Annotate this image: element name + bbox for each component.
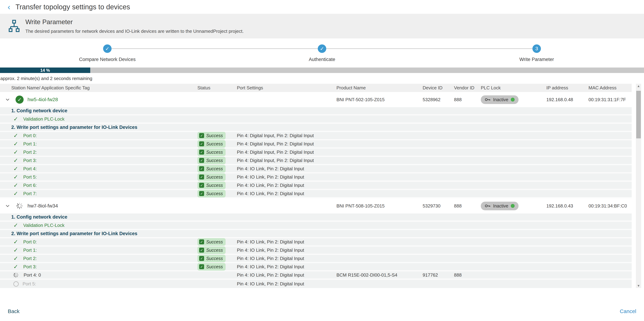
- status-success-badge: ✓Success: [198, 190, 226, 198]
- device-name[interactable]: hw7-8iol-fw34: [28, 203, 58, 209]
- status-success-badge: ✓Success: [198, 140, 226, 148]
- validation-cell: ✓Validation PLC-Lock: [0, 116, 195, 122]
- check-icon: ✓: [14, 263, 20, 270]
- vertical-scrollbar[interactable]: ▲ ▼: [636, 84, 641, 288]
- port-row[interactable]: ✓Port 6:✓SuccessPin 4: IO Link, Pin 2: D…: [0, 182, 632, 190]
- port-status-cell: ✓Success: [195, 148, 235, 156]
- port-label: Port 0:: [23, 133, 37, 138]
- plc-lock-badge[interactable]: Inactive: [481, 95, 518, 104]
- port-label: Port 4:: [23, 166, 37, 172]
- port-status-cell: ✓Success: [195, 246, 235, 254]
- port-row[interactable]: Port 5:Pin 4: IO Link, Pin 2: Digital In…: [0, 280, 632, 288]
- port-settings-value: Pin 4: IO Link, Pin 2: Digital Input: [237, 272, 304, 278]
- plc-lock-green-dot: [511, 204, 515, 208]
- plc-lock-badge[interactable]: Inactive: [481, 202, 518, 210]
- status-success-badge: ✓Success: [198, 173, 226, 181]
- checkbox-check-icon: ✓: [199, 174, 204, 180]
- step-done-check-icon: ✓: [103, 44, 112, 53]
- success-check-circle-icon: ✓: [16, 96, 24, 104]
- port-label-cell: ✓Port 4:: [0, 165, 195, 172]
- port-status-cell: ✓Success: [195, 165, 235, 172]
- port-settings-cell: Pin 4: IO Link, Pin 2: Digital Input: [235, 182, 334, 188]
- scroll-up-icon[interactable]: ▲: [637, 84, 640, 88]
- checkbox-check-icon: ✓: [199, 248, 204, 252]
- port-settings-value: Pin 4: IO Link, Pin 2: Digital Input: [237, 239, 304, 244]
- topology-icon: [8, 19, 20, 33]
- port-row[interactable]: ✓Port 4:✓SuccessPin 4: IO Link, Pin 2: D…: [0, 165, 632, 174]
- port-row[interactable]: ✓Port 7:✓SuccessPin 4: IO Link, Pin 2: D…: [0, 190, 632, 198]
- port-row[interactable]: ✓Port 1:✓SuccessPin 4: IO Link, Pin 2: D…: [0, 246, 632, 255]
- port-status-cell: ✓Success: [195, 140, 235, 148]
- chevron-down-icon[interactable]: [4, 203, 10, 209]
- port-row[interactable]: ✓Port 2:✓SuccessPin 4: IO Link, Pin 2: D…: [0, 255, 632, 263]
- checkbox-check-icon: ✓: [199, 240, 204, 244]
- port-settings-value: Pin 4: Digital Input, Pin 2: Digital Inp…: [237, 150, 314, 155]
- status-success-label: Success: [206, 141, 223, 146]
- port-settings-value: Pin 4: IO Link, Pin 2: Digital Input: [237, 248, 304, 253]
- status-success-label: Success: [206, 183, 223, 188]
- device-plc-lock-cell: Inactive: [479, 95, 544, 104]
- chevron-down-icon[interactable]: [4, 96, 10, 102]
- device-name[interactable]: hw5-4iol-fw28: [28, 97, 58, 102]
- stepper-step-authenticate[interactable]: ✓ Authenticate: [215, 38, 429, 68]
- scrollbar-thumb[interactable]: [636, 91, 641, 138]
- device-row[interactable]: hw7-8iol-fw34BNI PNT-508-105-Z0155329730…: [0, 198, 632, 214]
- port-label-cell: ✓Port 1:: [0, 140, 195, 147]
- port-row[interactable]: ✓Port 0:✓SuccessPin 4: IO Link, Pin 2: D…: [0, 238, 632, 246]
- column-header-mac-address: MAC Address: [586, 85, 632, 90]
- column-header-device-id: Device ID: [420, 85, 452, 90]
- back-chevron-icon[interactable]: ‹: [5, 3, 13, 11]
- check-icon: ✓: [14, 190, 20, 197]
- port-label: Port 1:: [23, 248, 37, 253]
- port-status-cell: ✓Success: [195, 263, 235, 270]
- device-ip-address: 192.168.0.43: [544, 203, 586, 209]
- cancel-button[interactable]: Cancel: [620, 308, 636, 314]
- port-row[interactable]: ✓Port 3:✓SuccessPin 4: IO Link, Pin 2: D…: [0, 263, 632, 272]
- port-row[interactable]: ✓Port 5:✓SuccessPin 4: IO Link, Pin 2: D…: [0, 174, 632, 182]
- port-settings-cell: Pin 4: Digital Input, Pin 2: Digital Inp…: [235, 141, 334, 147]
- status-success-label: Success: [206, 158, 223, 163]
- port-label: Port 1:: [23, 141, 37, 147]
- port-settings-cell: Pin 4: IO Link, Pin 2: Digital Input: [235, 239, 334, 245]
- stepper-step-compare-network-devices[interactable]: ✓ Compare Network Devices: [0, 38, 215, 68]
- status-success-label: Success: [206, 240, 223, 244]
- port-settings-value: Pin 4: IO Link, Pin 2: Digital Input: [237, 182, 304, 188]
- port-settings-value: Pin 4: Digital Input, Pin 2: Digital Inp…: [237, 133, 314, 138]
- checkbox-check-icon: ✓: [199, 256, 204, 261]
- port-settings-cell: Pin 4: IO Link, Pin 2: Digital Input: [235, 174, 334, 180]
- port-settings-cell: Pin 4: IO Link, Pin 2: Digital Input: [235, 281, 334, 287]
- device-row[interactable]: ✓hw5-4iol-fw28BNI PNT-502-105-Z015532896…: [0, 92, 632, 107]
- port-label-cell: ✓Port 0:: [0, 238, 195, 245]
- port-row[interactable]: ✓Port 1:✓SuccessPin 4: Digital Input, Pi…: [0, 140, 632, 148]
- port-label-cell: ✓Port 7:: [0, 190, 195, 197]
- status-success-badge: ✓Success: [198, 148, 226, 156]
- write-parameter-table: Station Name/ Application Specific Tag S…: [0, 84, 644, 288]
- port-settings-cell: Pin 4: IO Link, Pin 2: Digital Input: [235, 248, 334, 253]
- table-header-row: Station Name/ Application Specific Tag S…: [0, 84, 632, 92]
- port-row[interactable]: ✓Port 2:✓SuccessPin 4: Digital Input, Pi…: [0, 148, 632, 157]
- checkbox-check-icon: ✓: [199, 133, 204, 138]
- scroll-down-icon[interactable]: ▼: [637, 284, 640, 288]
- status-success-label: Success: [206, 150, 223, 155]
- step-label: Compare Network Devices: [79, 57, 136, 62]
- port-settings-cell: Pin 4: IO Link, Pin 2: Digital Input: [235, 264, 334, 270]
- checkbox-check-icon: ✓: [199, 264, 204, 269]
- port-settings-cell: Pin 4: IO Link, Pin 2: Digital Input: [235, 256, 334, 261]
- check-icon: ✓: [14, 132, 20, 139]
- port-row[interactable]: Port 4: 0Pin 4: IO Link, Pin 2: Digital …: [0, 272, 632, 280]
- stepper-step-write-parameter[interactable]: 3 Write Parameter: [429, 38, 644, 68]
- plc-lock-state-label: Inactive: [493, 97, 508, 102]
- port-settings-cell: Pin 4: IO Link, Pin 2: Digital Input: [235, 272, 334, 278]
- port-label: Port 7:: [23, 191, 37, 196]
- port-settings-value: Pin 4: Digital Input, Pin 2: Digital Inp…: [237, 141, 314, 146]
- wizard-stepper: ✓ Compare Network Devices ✓ Authenticate…: [0, 38, 644, 68]
- column-header-status: Status: [195, 85, 235, 90]
- back-button[interactable]: Back: [8, 308, 20, 314]
- port-row[interactable]: ✓Port 3:✓SuccessPin 4: Digital Input, Pi…: [0, 157, 632, 165]
- status-success-badge: ✓Success: [198, 238, 226, 246]
- step-label: Write Parameter: [520, 57, 554, 62]
- table-body: ✓hw5-4iol-fw28BNI PNT-502-105-Z015532896…: [0, 92, 632, 288]
- port-label-cell: Port 5:: [0, 281, 195, 287]
- port-row[interactable]: ✓Port 0:✓SuccessPin 4: Digital Input, Pi…: [0, 132, 632, 140]
- port-label-cell: ✓Port 5:: [0, 174, 195, 180]
